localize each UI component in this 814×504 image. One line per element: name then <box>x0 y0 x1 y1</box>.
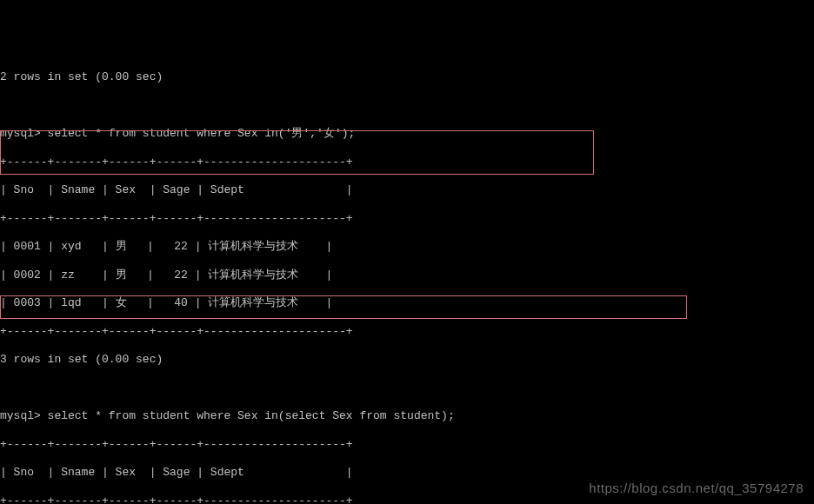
table-border: +------+-------+------+------+----------… <box>0 212 814 226</box>
mysql-prompt: mysql> <box>0 127 48 140</box>
terminal-output: 2 rows in set (0.00 sec) mysql> select *… <box>0 56 814 504</box>
sql-query-line: mysql> select * from student where Sex i… <box>0 409 814 423</box>
sql-text: select * from student where Sex in('男','… <box>48 127 356 140</box>
table-row: | 0001 | xyd | 男 | 22 | 计算机科学与技术 | <box>0 240 814 254</box>
table-border: +------+-------+------+------+----------… <box>0 325 814 339</box>
table-border: +------+-------+------+------+----------… <box>0 156 814 169</box>
mysql-prompt: mysql> <box>0 409 48 422</box>
result-summary: 2 rows in set (0.00 sec) <box>0 70 814 84</box>
table-row: | 0003 | lqd | 女 | 40 | 计算机科学与技术 | <box>0 296 814 310</box>
blank-line <box>0 381 814 395</box>
sql-text: select * from student where Sex in(selec… <box>48 409 455 422</box>
watermark-text: https://blog.csdn.net/qq_35794278 <box>589 481 804 497</box>
blank-line <box>0 99 814 113</box>
table-header: | Sno | Sname | Sex | Sage | Sdept | <box>0 466 814 480</box>
result-summary: 3 rows in set (0.00 sec) <box>0 353 814 367</box>
table-row: | 0002 | zz | 男 | 22 | 计算机科学与技术 | <box>0 269 814 282</box>
sql-query-line: mysql> select * from student where Sex i… <box>0 127 814 141</box>
table-border: +------+-------+------+------+----------… <box>0 438 814 452</box>
table-header: | Sno | Sname | Sex | Sage | Sdept | <box>0 183 814 197</box>
